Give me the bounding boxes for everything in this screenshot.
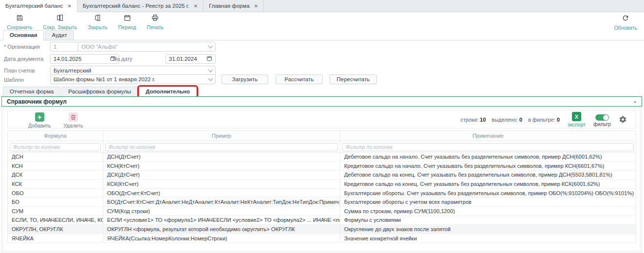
table-row[interactable]: ОКРУГЛН, ОКРУГЛК ОКРУГЛН <формула, резул… — [8, 225, 636, 234]
period-button[interactable]: Период — [118, 14, 136, 30]
cell-example: ОБО(ДтСчет:КтСчет) — [103, 188, 340, 198]
table-row[interactable]: КСН КСН(КтСчет) Кредитовое сальдо на нач… — [8, 162, 636, 171]
tab-additional[interactable]: Дополнительно — [139, 87, 197, 96]
grid-toolbar: + Добавить Удалить строки:10 выделено:0 … — [7, 110, 636, 128]
chevron-down-icon — [208, 68, 213, 72]
delete-label: Удалить — [63, 123, 83, 128]
table-row[interactable]: БО БО(ДтСчет:КтСчет:ДтАналит:НеДтАналит:… — [8, 198, 636, 207]
print-button[interactable]: Печать — [147, 14, 164, 30]
export-excel-button[interactable]: X экспорт — [568, 112, 586, 127]
calculate-button[interactable]: Рассчитать — [276, 74, 323, 84]
table-row[interactable]: СУМ СУМ(Код строки) Сумма по строкам, пр… — [8, 207, 636, 216]
column-header-example[interactable]: Пример — [103, 131, 340, 141]
tab-audit[interactable]: Аудит — [45, 30, 74, 40]
cell-note: Дебетовое сальдо на начало. Счет указыва… — [340, 152, 636, 162]
refresh-icon — [622, 14, 629, 24]
collapse-icon[interactable]: ▲ — [633, 100, 637, 103]
table-row[interactable]: ОБО ОБО(ДтСчет:КтСчет) Бухгалтерские обо… — [8, 188, 636, 198]
add-row-button[interactable]: + Добавить — [28, 112, 51, 128]
window-tab-main-form[interactable]: Главная форма ✕ — [203, 0, 264, 12]
recalculate-button[interactable]: Пересчитать — [330, 74, 377, 84]
cell-example: КСК(КтСчет) — [103, 180, 340, 189]
filter-toggle[interactable]: фильтр — [593, 113, 611, 127]
cell-note: Округление до двух знаков после запятой — [340, 225, 636, 234]
cell-example: ЯЧЕЙКА(Ссылка:НомерКолонки:НомерСтроки) — [103, 234, 340, 243]
close-icon[interactable]: ✕ — [194, 3, 198, 9]
chart-of-accounts-value: Бухгалтерский — [54, 68, 91, 73]
on-date-input[interactable]: 31.01.2024 — [166, 54, 216, 64]
close-button[interactable]: Закрыть — [88, 14, 107, 30]
formula-table: Формула Пример Примечание ДСН ДСН(ДтСчет… — [7, 130, 636, 243]
formula-reference-panel-header[interactable]: Справочник формул ▲ — [1, 96, 642, 107]
table-row[interactable]: ЕСЛИ, ТО, ИНАЧЕЕСЛИ, ИНАЧЕ, КОНЕЦ ЕСЛИ <… — [8, 216, 636, 225]
calendar-icon[interactable] — [206, 55, 212, 62]
close-icon[interactable]: ✕ — [254, 3, 258, 9]
rows-counter: строки:10 — [460, 117, 486, 123]
chevron-down-icon — [208, 76, 213, 81]
grid-toolbar-right: строки:10 выделено:0 в фильтре:0 X экспо… — [460, 112, 627, 127]
cell-note: Формулы с условиями — [340, 216, 636, 225]
table-row[interactable]: ЯЧЕЙКА ЯЧЕЙКА(Ссылка:НомерКолонки:НомерС… — [8, 234, 636, 243]
table-row[interactable]: ДСН ДСН(ДтСчет) Дебетовое сальдо на нача… — [8, 152, 636, 162]
window-tab-label: Главная форма — [209, 3, 250, 9]
cell-example: ДСК(ДтСчет) — [103, 170, 340, 180]
printer-icon — [151, 14, 159, 23]
table-row[interactable]: ДСК ДСК(ДтСчет) Дебетовое сальдо на коне… — [8, 170, 636, 180]
chevron-down-icon — [208, 44, 213, 49]
org-code-field[interactable]: 1 — [50, 42, 78, 52]
tab-main[interactable]: Основная — [3, 30, 44, 40]
chart-of-accounts-select[interactable]: Бухгалтерский — [50, 66, 216, 75]
doc-date-value: 14.01.2025 — [54, 56, 82, 62]
filter-input-formula[interactable] — [10, 143, 101, 151]
toggle-on-icon — [595, 114, 609, 121]
save-button[interactable]: Сохранить — [7, 14, 32, 30]
column-header-note[interactable]: Примечание — [340, 131, 636, 141]
filter-input-note[interactable] — [342, 143, 634, 151]
cell-formula: ЕСЛИ, ТО, ИНАЧЕЕСЛИ, ИНАЧЕ, КОНЕЦ — [8, 216, 103, 225]
table-row[interactable]: КСК КСК(КтСчет) Кредитовое сальдо на кон… — [8, 180, 636, 189]
load-button[interactable]: Загрузить — [221, 74, 268, 84]
main-toolbar: Сохранить Сокр. Закрыть Закрыть Период П… — [0, 12, 644, 30]
window-tab-registry[interactable]: Бухгалтерский баланс - Реестр за 2025 г.… — [77, 0, 203, 12]
cell-note: Кредитовое сальдо на начало. Счет указыв… — [340, 162, 636, 171]
gear-icon[interactable] — [619, 115, 627, 126]
cell-example: КСН(КтСчет) — [103, 162, 340, 171]
cell-note: Кредитовое сальдо на конец. Счет указыва… — [340, 180, 636, 189]
cell-example: ДСН(ДтСчет) — [103, 152, 340, 162]
on-date-value: 31.01.2024 — [169, 56, 197, 62]
cell-note: Бухгалтерские обороты. Счет указывать бе… — [340, 188, 636, 198]
chart-of-accounts-label: План счетов — [4, 68, 35, 73]
cell-formula: ДСН — [8, 152, 103, 162]
column-header-formula[interactable]: Формула — [8, 131, 103, 141]
excel-icon: X — [572, 112, 581, 121]
save-close-button[interactable]: Сокр. Закрыть — [43, 14, 77, 30]
tab-formula-decode[interactable]: Расшифровка формулы — [61, 87, 138, 96]
cell-example: СУМ(Код строки) — [103, 207, 340, 216]
filtered-counter: в фильтре:0 — [528, 117, 560, 123]
doc-date-input[interactable]: 14.01.2025 — [50, 54, 119, 64]
refresh-button[interactable]: Обновить — [614, 14, 637, 31]
filter-label: фильтр — [593, 121, 611, 127]
window-tabbar: Бухгалтерский баланс ✕ Бухгалтерский бал… — [0, 0, 644, 12]
doc-date-label: Дата документа — [4, 56, 43, 62]
tab-report-form[interactable]: Отчетная форма — [3, 87, 60, 96]
template-select[interactable]: Шаблон формы №1 от 1 января 2022 г. — [50, 74, 216, 84]
close-icon[interactable]: ✕ — [68, 3, 72, 9]
cell-formula: ОКРУГЛН, ОКРУГЛК — [8, 225, 103, 234]
form-tabbar: Основная Аудит — [0, 30, 644, 40]
filter-input-example[interactable] — [105, 143, 338, 151]
cell-formula: КСК — [8, 180, 103, 189]
cell-example: БО(ДтСчет:КтСчет:ДтАналит:НеДтАналит:КтА… — [103, 198, 340, 207]
template-value: Шаблон формы №1 от 1 января 2022 г. — [54, 76, 155, 82]
trash-icon — [69, 112, 78, 122]
org-label: * Организация — [4, 44, 40, 50]
delete-row-button[interactable]: Удалить — [63, 112, 83, 128]
door-icon — [94, 14, 101, 23]
save-close-label: Сокр. Закрыть — [43, 24, 77, 30]
cell-formula: ОБО — [8, 188, 103, 198]
grid-counters: строки:10 выделено:0 в фильтре:0 — [460, 117, 560, 123]
org-name-select[interactable]: ООО "Альфа" — [78, 42, 216, 52]
add-label: Добавить — [28, 123, 51, 128]
panel-inner: + Добавить Удалить строки:10 выделено:0 … — [3, 108, 641, 252]
window-tab-balance[interactable]: Бухгалтерский баланс ✕ — [0, 0, 77, 12]
